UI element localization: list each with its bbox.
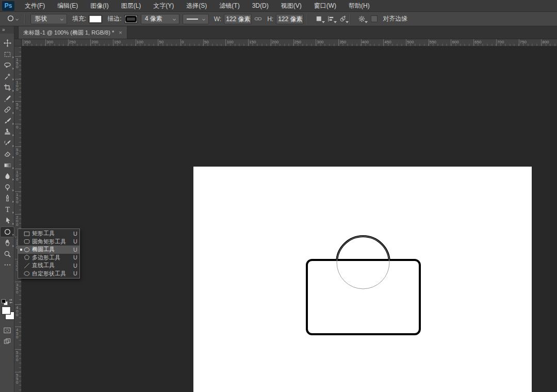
path-arrange-button[interactable] <box>339 15 347 23</box>
fill-color-swatch[interactable] <box>89 15 102 23</box>
shape-layers <box>193 167 532 392</box>
ruler-label: 650 <box>474 40 481 44</box>
ruler-tick <box>15 282 22 282</box>
align-edges-checkbox[interactable] <box>371 15 378 22</box>
flyout-item-矩形工具[interactable]: 矩形工具U <box>18 230 79 238</box>
clone-stamp-tool[interactable] <box>0 126 14 138</box>
blur-tool[interactable] <box>0 171 14 182</box>
menu-item-view[interactable]: 视图(V) <box>275 0 308 12</box>
ruler-label: 550 <box>16 373 18 384</box>
collapse-toolbar-button[interactable]: » <box>0 26 14 34</box>
document-canvas[interactable] <box>193 167 532 392</box>
ruler-label: 350 <box>339 40 346 44</box>
crop-tool[interactable] <box>0 82 14 93</box>
ruler-label: 150 <box>16 58 18 69</box>
tool-preset-dropdown[interactable] <box>5 13 21 25</box>
mini-foreground-swatch <box>2 299 6 303</box>
screen-mode-button[interactable] <box>3 338 12 345</box>
pen-tool[interactable] <box>0 193 14 204</box>
ruler-corner <box>14 39 22 46</box>
horizontal-ruler[interactable]: 3503002502001501005005010015020025030035… <box>14 39 557 46</box>
ellipse-shape-tool[interactable] <box>0 226 14 238</box>
ruler-tick <box>15 56 22 57</box>
eyedropper-tool[interactable] <box>0 93 14 105</box>
ruler-tick <box>181 39 181 46</box>
menu-item-3d[interactable]: 3D(D) <box>246 0 275 12</box>
eraser-tool[interactable] <box>0 149 14 160</box>
tab-close-icon[interactable]: × <box>119 29 122 36</box>
default-colors-icon[interactable] <box>2 299 7 305</box>
path-selection-tool[interactable] <box>0 215 14 226</box>
vertical-ruler[interactable]: 1501005005010015020025030035040045050055… <box>14 46 22 392</box>
menu-item-select[interactable]: 选择(S) <box>180 0 213 12</box>
ps-logo-icon[interactable]: Ps <box>2 1 14 11</box>
ruler-label: 0 <box>16 125 18 129</box>
brush-tool[interactable] <box>0 116 14 127</box>
menu-item-window[interactable]: 窗口(W) <box>308 0 342 12</box>
tool-mode-select[interactable]: 形状 <box>30 14 67 24</box>
ruler-tick <box>293 39 294 46</box>
ruler-label: 450 <box>384 40 391 44</box>
lasso-tool[interactable] <box>0 60 14 71</box>
flyout-item-直线工具[interactable]: 直线工具U <box>18 262 79 270</box>
photoshop-window: Ps 文件(F)编辑(E)图像(I)图层(L)文字(Y)选择(S)滤镜(T)3D… <box>0 0 557 392</box>
hand-tool[interactable] <box>0 237 14 249</box>
document-tab[interactable]: 未标题-1 @ 100% (椭圆 1, RGB/8) * × <box>18 26 127 39</box>
geometry-options-gear-icon[interactable] <box>358 15 366 23</box>
menu-item-edit[interactable]: 编辑(E) <box>51 0 84 12</box>
ruler-tick <box>15 101 22 102</box>
tool-list: T <box>0 38 14 271</box>
ruler-label: 50 <box>159 40 163 44</box>
chevron-down-icon <box>14 17 20 22</box>
healing-brush-tool[interactable] <box>0 104 14 116</box>
ruler-tick <box>541 39 542 46</box>
chevron-down-icon <box>59 17 64 22</box>
link-dimensions-icon[interactable] <box>254 15 262 23</box>
ruler-label: 350 <box>24 40 30 44</box>
menu-item-help[interactable]: 帮助(H) <box>342 0 376 12</box>
line-tool-icon <box>23 262 32 269</box>
document-tab-title: 未标题-1 @ 100% (椭圆 1, RGB/8) * <box>23 29 114 37</box>
swap-colors-icon[interactable] <box>8 298 14 304</box>
ruler-label: 300 <box>317 40 323 44</box>
ruler-label: 50 <box>16 103 18 110</box>
dodge-tool[interactable] <box>0 182 14 193</box>
type-tool[interactable]: T <box>0 204 14 216</box>
menu-item-filter[interactable]: 滤镜(T) <box>213 0 245 12</box>
edit-toolbar[interactable] <box>0 259 14 271</box>
zoom-tool[interactable] <box>0 249 14 260</box>
height-input[interactable]: 122 像素 <box>276 14 304 24</box>
move-tool[interactable] <box>0 38 14 49</box>
ruler-label: 250 <box>69 40 76 44</box>
menu-item-file[interactable]: 文件(F) <box>19 0 51 12</box>
flyout-item-椭圆工具[interactable]: 椭圆工具U <box>18 246 79 254</box>
gradient-tool[interactable] <box>0 160 14 171</box>
marquee-tool[interactable] <box>0 49 14 60</box>
ruler-tick <box>15 124 22 124</box>
stroke-width-select[interactable]: 4 像素 <box>141 14 179 24</box>
path-operations-button[interactable] <box>315 15 323 23</box>
width-input[interactable]: 122 像素 <box>224 14 252 24</box>
magic-wand-tool[interactable] <box>0 71 14 83</box>
quick-mask-mode-button[interactable] <box>3 327 12 334</box>
ruler-tick <box>90 39 91 46</box>
menu-item-image[interactable]: 图像(I) <box>84 0 114 12</box>
foreground-color-swatch[interactable] <box>2 306 11 315</box>
path-alignment-button[interactable] <box>327 15 335 23</box>
rounded-rect-shape <box>307 260 420 334</box>
stroke-color-swatch[interactable] <box>124 15 138 23</box>
ruler-tick <box>158 39 158 46</box>
stroke-style-select[interactable] <box>183 14 209 24</box>
ruler-label: 50 <box>204 40 209 44</box>
flyout-item-多边形工具[interactable]: 多边形工具U <box>18 254 79 262</box>
ruler-tick <box>271 39 271 46</box>
menu-item-layer[interactable]: 图层(L) <box>115 0 148 12</box>
ruler-label: 200 <box>91 40 98 44</box>
history-brush-tool[interactable] <box>0 138 14 149</box>
chevron-down-icon <box>201 17 206 22</box>
menu-item-type[interactable]: 文字(Y) <box>147 0 180 12</box>
separator <box>350 14 351 24</box>
ruler-tick <box>451 39 451 46</box>
flyout-item-自定形状工具[interactable]: 自定形状工具U <box>18 270 79 278</box>
flyout-item-圆角矩形工具[interactable]: 圆角矩形工具U <box>18 238 79 246</box>
